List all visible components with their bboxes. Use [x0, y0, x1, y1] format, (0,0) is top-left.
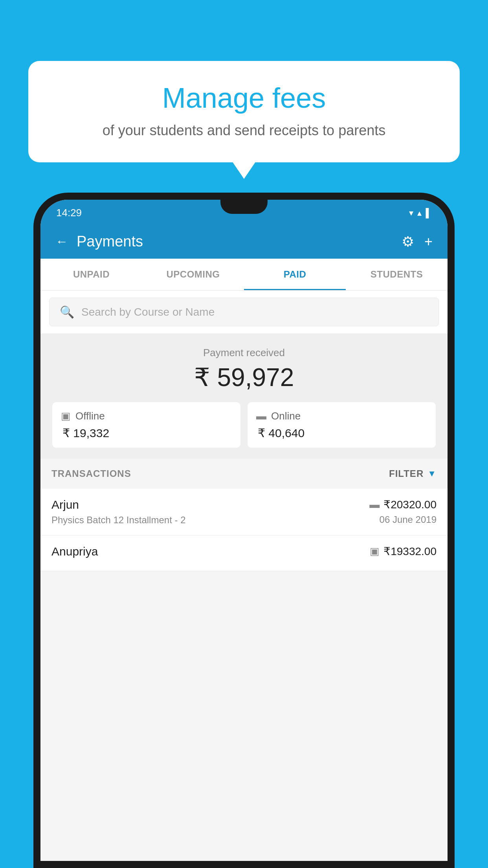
payment-received-section: Payment received ₹ 59,972 ▣ Offline ₹ 19… — [40, 333, 448, 459]
add-button[interactable]: + — [424, 234, 433, 250]
search-box[interactable]: 🔍 Search by Course or Name — [49, 298, 439, 326]
online-amount: ₹ 40,640 — [256, 426, 427, 440]
transaction-left: Arjun Physics Batch 12 Installment - 2 — [51, 498, 185, 526]
tab-upcoming[interactable]: UPCOMING — [142, 259, 244, 290]
filter-icon: ▼ — [427, 469, 437, 479]
status-time: 14:29 — [56, 207, 82, 219]
wifi-icon: ▾ — [409, 208, 413, 218]
search-icon: 🔍 — [60, 305, 74, 319]
bubble-title: Manage fees — [52, 83, 436, 114]
transaction-detail: Physics Batch 12 Installment - 2 — [51, 515, 185, 526]
transaction-amount-row: ▬ ₹20320.00 — [369, 498, 437, 511]
transaction-row[interactable]: Arjun Physics Batch 12 Installment - 2 ▬… — [40, 489, 448, 535]
transaction-name: Anupriya — [51, 545, 98, 558]
online-icon: ▬ — [256, 410, 266, 422]
search-container: 🔍 Search by Course or Name — [40, 291, 448, 333]
payment-received-label: Payment received — [52, 347, 436, 359]
payment-received-amount: ₹ 59,972 — [52, 363, 436, 392]
transaction-left: Anupriya — [51, 545, 98, 561]
app-bar-right: ⚙ + — [402, 234, 433, 250]
status-bar: 14:29 ▾ ▴ ▌ — [40, 200, 448, 224]
filter-button[interactable]: FILTER ▼ — [389, 468, 437, 479]
offline-card: ▣ Offline ₹ 19,332 — [52, 402, 240, 448]
app-bar: ← Payments ⚙ + — [40, 224, 448, 259]
transactions-header: TRANSACTIONS FILTER ▼ — [40, 459, 448, 489]
offline-amount: ₹ 19,332 — [61, 426, 232, 440]
transaction-name: Arjun — [51, 498, 185, 511]
signal-icon: ▴ — [417, 208, 422, 218]
notch — [220, 200, 268, 214]
offline-icon: ▣ — [61, 410, 71, 422]
transaction-online-icon: ▬ — [369, 498, 380, 511]
speech-bubble: Manage fees of your students and send re… — [28, 61, 460, 162]
app-bar-title: Payments — [77, 233, 143, 250]
bubble-subtitle: of your students and send receipts to pa… — [52, 122, 436, 139]
phone-screen: 14:29 ▾ ▴ ▌ ← Payments ⚙ + — [40, 200, 448, 861]
tab-unpaid[interactable]: UNPAID — [40, 259, 142, 290]
offline-card-header: ▣ Offline — [61, 410, 232, 422]
transaction-amount: ₹20320.00 — [383, 498, 437, 511]
online-card-header: ▬ Online — [256, 410, 427, 422]
search-input[interactable]: Search by Course or Name — [81, 306, 215, 318]
phone-frame: 14:29 ▾ ▴ ▌ ← Payments ⚙ + — [33, 193, 455, 868]
online-label: Online — [271, 410, 301, 422]
phone-wrapper: 14:29 ▾ ▴ ▌ ← Payments ⚙ + — [33, 193, 455, 868]
offline-label: Offline — [75, 410, 105, 422]
speech-bubble-container: Manage fees of your students and send re… — [28, 61, 460, 162]
transaction-right: ▣ ₹19332.00 — [370, 545, 437, 561]
transactions-label: TRANSACTIONS — [51, 468, 131, 479]
transaction-right: ▬ ₹20320.00 06 June 2019 — [369, 498, 437, 525]
settings-button[interactable]: ⚙ — [402, 234, 414, 250]
tabs-bar: UNPAID UPCOMING PAID STUDENTS — [40, 259, 448, 291]
back-button[interactable]: ← — [55, 234, 68, 249]
transaction-row[interactable]: Anupriya ▣ ₹19332.00 — [40, 535, 448, 571]
transaction-offline-icon: ▣ — [370, 545, 380, 557]
tab-students[interactable]: STUDENTS — [346, 259, 448, 290]
transaction-date: 06 June 2019 — [369, 514, 437, 525]
online-card: ▬ Online ₹ 40,640 — [248, 402, 436, 448]
filter-label: FILTER — [389, 468, 424, 479]
status-icons: ▾ ▴ ▌ — [409, 208, 432, 218]
app-bar-left: ← Payments — [55, 233, 143, 250]
payment-cards-row: ▣ Offline ₹ 19,332 ▬ Online ₹ 40,640 — [52, 402, 436, 448]
tab-paid[interactable]: PAID — [244, 259, 346, 290]
battery-icon: ▌ — [426, 208, 432, 218]
transaction-amount: ₹19332.00 — [383, 545, 437, 558]
transaction-amount-row: ▣ ₹19332.00 — [370, 545, 437, 558]
